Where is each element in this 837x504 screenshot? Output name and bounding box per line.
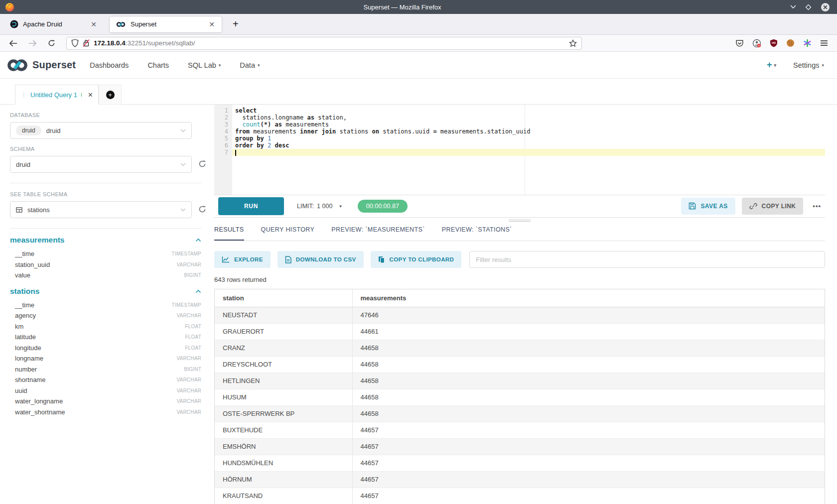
language-asterisk-icon[interactable] [803, 39, 812, 47]
nav-item-dashboards[interactable]: Dashboards [90, 61, 129, 69]
refresh-schema-icon[interactable] [198, 160, 206, 168]
see-table-schema-label: SEE TABLE SCHEMA [10, 191, 214, 197]
add-new-button[interactable]: +▾ [767, 60, 776, 70]
forward-icon[interactable] [28, 40, 37, 47]
copy-link-button[interactable]: COPY LINK [742, 198, 804, 215]
results-tab-preview-measurements[interactable]: PREVIEW: `MEASUREMENTS` [331, 226, 424, 241]
cookie-icon[interactable] [786, 39, 795, 47]
save-as-button[interactable]: SAVE AS [681, 198, 735, 215]
shield-icon[interactable] [71, 39, 79, 47]
column-row: longnameVARCHAR [10, 353, 201, 364]
table-cell: 44658 [352, 340, 825, 357]
chevron-down-icon: ▾ [219, 63, 221, 68]
table-cell: DREYSCHLOOT [215, 357, 352, 373]
insecure-padlock-icon[interactable] [83, 39, 90, 47]
table-row[interactable]: OSTE-SPERRWERK BP44658 [215, 406, 825, 422]
table-row[interactable]: HUNDSMÜHLEN44657 [215, 455, 825, 472]
limit-value: 1 000 [317, 203, 332, 210]
ublock-shield-icon[interactable]: UO [770, 39, 778, 47]
settings-menu[interactable]: Settings▾ [793, 61, 824, 69]
table-cell: HUNDSMÜHLEN [215, 455, 352, 472]
table-name[interactable]: stations [10, 287, 39, 296]
run-button[interactable]: RUN [218, 197, 284, 215]
table-cell: BUXTEHUDE [215, 422, 352, 439]
url-text[interactable]: 172.18.0.4:32251/superset/sqllab/ [94, 39, 565, 47]
download-to-csv-button[interactable]: DOWNLOAD TO CSV [278, 251, 364, 268]
url-path: :32251/superset/sqllab/ [126, 39, 195, 47]
more-actions-button[interactable]: ••• [810, 202, 824, 210]
editor-code[interactable]: select stations.longname as station, cou… [232, 105, 825, 195]
browser-tab-superset[interactable]: Superset ✕ [110, 16, 222, 32]
sql-editor[interactable]: 1234567 select stations.longname as stat… [214, 105, 825, 195]
table-row[interactable]: DREYSCHLOOT44658 [215, 357, 825, 373]
url-bar[interactable]: 172.18.0.4:32251/superset/sqllab/ [66, 37, 582, 50]
schema-table-header: measurements [10, 236, 201, 245]
column-type: FLOAT [185, 324, 201, 329]
back-icon[interactable] [9, 40, 17, 47]
filter-results-input[interactable] [469, 251, 825, 268]
window-maximize-icon[interactable] [805, 4, 812, 10]
pocket-icon[interactable] [735, 39, 744, 47]
table-row[interactable]: KRAUTSAND44657 [215, 488, 825, 504]
column-row: valueBIGINT [10, 270, 201, 281]
limit-dropdown[interactable]: LIMIT: 1 000 ▾ [297, 203, 342, 210]
nav-item-charts[interactable]: Charts [147, 61, 169, 69]
tab-close-icon[interactable]: ✕ [208, 20, 216, 29]
database-select[interactable]: druid druid [10, 122, 192, 139]
table-row[interactable]: BUXTEHUDE44657 [215, 422, 825, 439]
copy-to-clipboard-button[interactable]: COPY TO CLIPBOARD [371, 251, 462, 268]
table-row[interactable]: HETLINGEN44658 [215, 373, 825, 389]
chevron-up-icon[interactable] [195, 238, 201, 242]
table-row[interactable]: NEUSTADT47646 [215, 307, 825, 324]
sqllab-main: 1234567 select stations.longname as stat… [214, 105, 837, 504]
bookmark-star-icon[interactable] [569, 39, 577, 47]
save-icon [689, 202, 696, 210]
table-row[interactable]: EMSHÖRN44657 [215, 439, 825, 455]
table-select[interactable]: stations [10, 201, 192, 218]
database-value: druid [46, 127, 175, 134]
browser-tab-apache-druid[interactable]: Apache Druid ✕ [4, 16, 104, 32]
nav-item-data[interactable]: Data▾ [240, 61, 260, 69]
add-query-tab-button[interactable]: + [99, 85, 122, 105]
gutter-line-number: 1 [214, 107, 228, 114]
table-row[interactable]: CRANZ44658 [215, 340, 825, 357]
column-header-station[interactable]: station [215, 289, 352, 307]
window-close-icon[interactable] [821, 2, 830, 12]
table-row[interactable]: HÖRNUM44657 [215, 472, 825, 488]
plus-circle-icon: + [106, 91, 115, 99]
drag-dots-icon[interactable]: ⋮ [20, 91, 26, 99]
results-tab-query-history[interactable]: QUERY HISTORY [261, 226, 315, 241]
query-tab-close-icon[interactable]: ✕ [88, 91, 93, 99]
code-line: from measurements inner join stations on… [232, 128, 825, 135]
new-tab-button[interactable]: + [230, 18, 242, 30]
explore-button[interactable]: EXPLORE [214, 251, 271, 268]
schema-select[interactable]: druid [10, 156, 192, 173]
table-cell: HETLINGEN [215, 373, 352, 389]
reload-icon[interactable] [48, 39, 55, 47]
chevron-up-icon[interactable] [195, 289, 201, 293]
window-minimize-icon[interactable] [790, 5, 796, 9]
query-tab[interactable]: ⋮ Untitled Query 1 ✕ [15, 85, 99, 105]
results-tab-results[interactable]: RESULTS [214, 226, 244, 241]
column-name: station_uuid [15, 261, 50, 268]
column-name: water_shortname [15, 408, 65, 416]
nav-item-sql-lab[interactable]: SQL Lab▾ [188, 61, 221, 69]
window-titlebar: Superset — Mozilla Firefox [0, 0, 837, 14]
druid-favicon-icon [10, 20, 18, 28]
column-header-measurements[interactable]: measurements [352, 289, 825, 307]
extension-badge-icon[interactable] [752, 39, 761, 48]
superset-logo[interactable]: Superset [6, 59, 76, 72]
query-tab-title[interactable]: Untitled Query 1 [30, 91, 77, 99]
results-tab-preview-stations[interactable]: PREVIEW: `STATIONS` [442, 226, 512, 241]
tab-close-icon[interactable]: ✕ [90, 20, 98, 29]
results-table-head-row: stationmeasurements [215, 289, 825, 307]
table-row[interactable]: GRAUERORT44661 [215, 324, 825, 340]
chevron-down-icon: ▾ [822, 63, 824, 68]
table-name[interactable]: measurements [10, 236, 64, 245]
pane-resize-handle[interactable] [509, 218, 531, 223]
column-type: VARCHAR [176, 398, 201, 404]
hamburger-menu-icon[interactable] [820, 40, 828, 46]
refresh-table-icon[interactable] [198, 205, 206, 213]
table-row[interactable]: HUSUM44658 [215, 389, 825, 406]
table-cell: HUSUM [215, 389, 352, 406]
